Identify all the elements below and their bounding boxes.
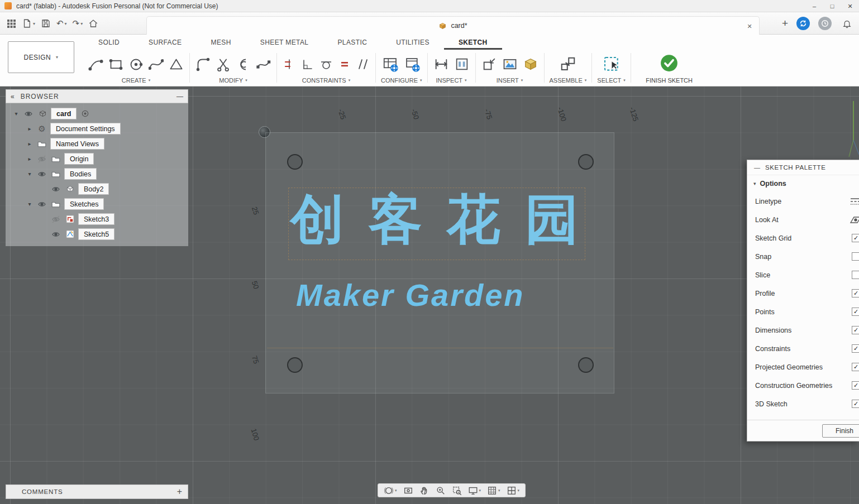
tree-item-label[interactable]: card <box>51 108 77 119</box>
visibility-eye-icon[interactable] <box>50 230 61 239</box>
add-comment-icon[interactable]: + <box>177 487 182 497</box>
sketch-text-chinese[interactable]: 创客花园 <box>290 184 603 257</box>
sketch-plane[interactable]: 创客花园 Maker Garden <box>265 132 614 393</box>
section-analysis-icon[interactable] <box>454 56 470 73</box>
fit-curve-tool-icon[interactable] <box>255 56 271 73</box>
group-label-inspect[interactable]: INSPECT▾ <box>436 77 466 84</box>
construction-geometries-checkbox[interactable] <box>852 381 859 390</box>
configure-feature-icon[interactable] <box>403 55 421 73</box>
group-label-insert[interactable]: INSERT▾ <box>497 77 523 84</box>
dimensions-checkbox[interactable] <box>852 326 859 334</box>
visibility-eye-icon[interactable] <box>50 215 61 224</box>
look-at-icon[interactable] <box>403 486 413 496</box>
constraints-checkbox[interactable] <box>852 344 859 353</box>
tab-close-icon[interactable]: ✕ <box>745 21 755 31</box>
tab-surface[interactable]: SURFACE <box>134 35 196 50</box>
profile-checkbox[interactable] <box>852 289 859 297</box>
points-checkbox[interactable] <box>852 308 859 316</box>
zoom-window-icon[interactable] <box>452 486 462 496</box>
tree-item-label[interactable]: Sketches <box>64 198 104 210</box>
corner-hole-circle[interactable] <box>287 154 303 170</box>
finish-button[interactable]: Finish <box>822 424 859 438</box>
corner-hole-circle[interactable] <box>578 154 594 170</box>
redo-icon[interactable]: ↷ ▾ <box>71 16 85 31</box>
browser-minimize-icon[interactable]: — <box>176 93 183 100</box>
collapse-panel-icon[interactable]: « <box>11 93 15 100</box>
3d-sketch-checkbox[interactable] <box>852 400 859 408</box>
offset-tool-icon[interactable] <box>235 56 251 73</box>
corner-hole-circle[interactable] <box>287 357 303 373</box>
circle-tool-icon[interactable] <box>128 56 144 73</box>
workspace-selector[interactable]: DESIGN ▾ <box>8 41 74 73</box>
undo-icon[interactable]: ↶ ▾ <box>55 16 69 31</box>
viewports-icon[interactable]: ▾ <box>507 486 520 496</box>
visibility-eye-icon[interactable] <box>36 155 47 164</box>
group-label-constraints[interactable]: CONSTRAINTS▾ <box>302 77 350 84</box>
horizontal-vertical-constraint-icon[interactable] <box>282 57 297 71</box>
rectangle-tool-icon[interactable] <box>108 56 124 73</box>
document-tab[interactable]: card* ✕ <box>146 16 760 35</box>
new-tab-icon[interactable]: + <box>782 17 788 30</box>
insert-image-icon[interactable] <box>502 56 518 73</box>
select-tool-icon[interactable] <box>602 55 621 74</box>
tree-row-document-settings[interactable]: ▸ ⚙ Document Settings <box>6 121 188 136</box>
look-at-button-icon[interactable] <box>850 214 859 227</box>
corner-hole-circle[interactable] <box>578 357 594 373</box>
tangent-constraint-icon[interactable] <box>319 57 333 71</box>
file-menu-icon[interactable]: ▾ <box>20 16 37 31</box>
display-settings-icon[interactable]: ▾ <box>468 486 481 496</box>
group-label-select[interactable]: SELECT▾ <box>597 77 625 84</box>
perpendicular-constraint-icon[interactable] <box>300 57 315 71</box>
sketch-text-english[interactable]: Maker Garden <box>296 277 525 313</box>
chevron-right-icon[interactable]: ▸ <box>26 141 34 147</box>
group-label-modify[interactable]: MODIFY▾ <box>219 77 247 84</box>
group-label-configure[interactable]: CONFIGURE▾ <box>381 77 422 84</box>
new-component-icon[interactable] <box>559 55 577 73</box>
tree-item-label[interactable]: Sketch3 <box>78 213 114 225</box>
chevron-down-icon[interactable]: ▾ <box>12 111 20 117</box>
orbit-icon[interactable]: ▾ <box>384 486 397 496</box>
visibility-eye-icon[interactable] <box>50 185 61 194</box>
chevron-down-icon[interactable]: ▾ <box>26 171 34 177</box>
tree-row-sketches[interactable]: ▾ Sketches <box>6 196 188 212</box>
polygon-tool-icon[interactable] <box>168 56 184 73</box>
tree-item-label[interactable]: Document Settings <box>50 123 121 135</box>
close-button[interactable]: ✕ <box>841 0 859 12</box>
measure-tool-icon[interactable] <box>433 56 450 73</box>
job-status-icon[interactable] <box>796 17 810 30</box>
fillet-tool-icon[interactable] <box>195 56 211 73</box>
trim-scissors-icon[interactable] <box>215 56 231 73</box>
visibility-eye-icon[interactable] <box>36 170 47 179</box>
slice-checkbox[interactable] <box>852 271 859 279</box>
notifications-bell-icon[interactable] <box>840 16 853 31</box>
linetype-dropdown-icon[interactable] <box>850 196 859 209</box>
home-icon[interactable] <box>87 16 100 31</box>
minimize-button[interactable]: – <box>805 0 823 12</box>
tree-row-bodies[interactable]: ▾ Bodies <box>6 166 188 181</box>
insert-derive-icon[interactable] <box>481 56 498 73</box>
tree-row-named-views[interactable]: ▸ Named Views <box>6 136 188 151</box>
tab-sheet-metal[interactable]: SHEET METAL <box>246 35 323 50</box>
equal-constraint-icon[interactable] <box>337 57 352 71</box>
parallel-constraint-icon[interactable] <box>356 57 370 71</box>
tree-item-label[interactable]: Body2 <box>78 183 109 195</box>
tree-item-label[interactable]: Sketch5 <box>78 228 114 240</box>
tree-row-origin[interactable]: ▸ Origin <box>6 151 188 166</box>
chevron-right-icon[interactable]: ▸ <box>26 156 34 162</box>
visibility-eye-icon[interactable] <box>36 200 47 209</box>
configuration-table-icon[interactable] <box>381 55 399 73</box>
finish-sketch-button[interactable]: FINISH SKETCH <box>631 50 703 86</box>
snap-checkbox[interactable] <box>852 252 859 261</box>
tab-mesh[interactable]: MESH <box>197 35 246 50</box>
tab-utilities[interactable]: UTILITIES <box>381 35 444 50</box>
comments-bar[interactable]: COMMENTS + <box>6 484 188 499</box>
profile-avatar[interactable] <box>818 17 832 30</box>
visibility-eye-icon[interactable] <box>23 109 34 118</box>
save-icon[interactable] <box>39 16 53 31</box>
ground-target-icon[interactable] <box>79 109 90 118</box>
chevron-right-icon[interactable]: ▸ <box>26 126 34 132</box>
projected-geometries-checkbox[interactable] <box>852 363 859 371</box>
spline-tool-icon[interactable] <box>148 56 164 73</box>
zoom-icon[interactable] <box>436 486 446 496</box>
tree-row-card[interactable]: ▾ card <box>6 106 188 121</box>
